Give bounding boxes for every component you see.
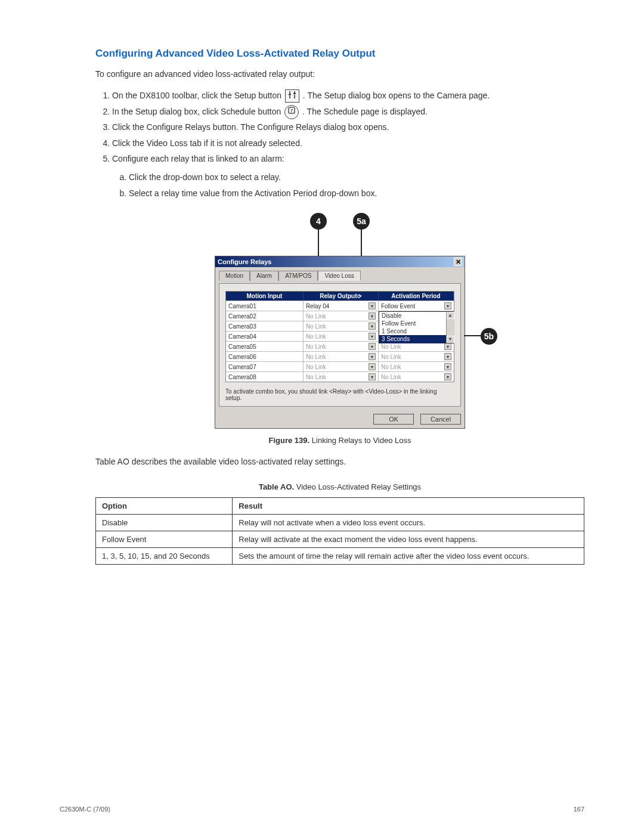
step-5: Configure each relay that is linked to a… bbox=[112, 151, 584, 201]
tab-video-loss[interactable]: Video Loss bbox=[318, 271, 360, 281]
footer-left: C2630M-C (7/09) bbox=[60, 806, 110, 813]
callout-4: 4 bbox=[310, 213, 327, 230]
camera-cell: Camera01 bbox=[226, 301, 304, 311]
table-row: DisableRelay will not activate when a vi… bbox=[96, 515, 584, 531]
tab-alarm[interactable]: Alarm bbox=[250, 271, 278, 281]
relay-output-dropdown[interactable]: No Link▾ bbox=[304, 321, 379, 331]
step-1: On the DX8100 toolbar, click the Setup b… bbox=[112, 88, 584, 104]
callout-5a: 5a bbox=[353, 213, 370, 230]
option-cell: 1, 3, 5, 10, 15, and 20 Seconds bbox=[96, 548, 233, 565]
activation-period-dropdown[interactable]: No Link▾ bbox=[379, 372, 454, 382]
relay-output-dropdown[interactable]: No Link▾ bbox=[304, 311, 379, 321]
cancel-button[interactable]: Cancel bbox=[420, 414, 461, 425]
chevron-down-icon[interactable]: ▾ bbox=[369, 353, 376, 360]
dropdown-option[interactable]: 1 Second bbox=[379, 327, 453, 335]
section-title: Configuring Advanced Video Loss-Activate… bbox=[95, 48, 584, 60]
table-row: Camera06No Link▾No Link▾ bbox=[226, 351, 454, 361]
chevron-down-icon[interactable]: ▾ bbox=[369, 343, 376, 350]
col-motion-input: Motion Input bbox=[226, 292, 304, 301]
settings-table: Option Result DisableRelay will not acti… bbox=[95, 497, 584, 565]
option-cell: Disable bbox=[96, 515, 233, 531]
camera-cell: Camera06 bbox=[226, 352, 304, 361]
th-option: Option bbox=[96, 498, 233, 515]
footer-page-number: 167 bbox=[574, 806, 584, 813]
intro-text: To configure an advanced video loss-acti… bbox=[95, 68, 584, 80]
relay-output-dropdown[interactable]: No Link▾ bbox=[304, 362, 379, 371]
callout-5b-wrap: 5b bbox=[481, 328, 497, 345]
step-3: Click the Configure Relays button. The C… bbox=[112, 119, 584, 135]
relay-output-dropdown[interactable]: No Link▾ bbox=[304, 342, 379, 351]
page-footer: C2630M-C (7/09) 167 bbox=[60, 806, 584, 813]
step-4: Click the Video Loss tab if it is not al… bbox=[112, 135, 584, 151]
th-result: Result bbox=[233, 498, 584, 515]
chevron-down-icon[interactable]: ▾ bbox=[369, 363, 376, 370]
activation-period-dropdown[interactable]: No Link▾ bbox=[379, 362, 454, 371]
result-cell: Sets the amount of time the relay will r… bbox=[233, 548, 584, 565]
col-activation-period: Activation Period bbox=[379, 292, 454, 301]
ok-button[interactable]: OK bbox=[373, 414, 414, 425]
camera-cell: Camera07 bbox=[226, 362, 304, 371]
relay-grid: Motion Input Relay Output⟳ Activation Pe… bbox=[225, 291, 454, 382]
dropdown-option[interactable]: Disable bbox=[379, 312, 453, 320]
result-cell: Relay will activate at the exact moment … bbox=[233, 531, 584, 548]
table-row: Camera08No Link▾No Link▾ bbox=[226, 371, 454, 382]
relay-output-dropdown[interactable]: No Link▾ bbox=[304, 352, 379, 361]
svg-text:7: 7 bbox=[290, 108, 293, 113]
dropdown-option[interactable]: 3 Seconds bbox=[379, 335, 453, 343]
activation-period-dropdown-list[interactable]: DisableFollow Event1 Second3 Seconds▴▾ bbox=[379, 311, 454, 343]
tab-atmpos[interactable]: ATM/POS bbox=[278, 271, 318, 281]
tab-motion[interactable]: Motion bbox=[219, 271, 250, 281]
figure-caption: Figure 139. Linking Relays to Video Loss bbox=[95, 436, 584, 445]
chevron-down-icon[interactable]: ▾ bbox=[444, 343, 451, 350]
tab-panel: 5b Motion Input Relay Output⟳ Activation… bbox=[219, 283, 461, 407]
setup-icon bbox=[285, 89, 299, 103]
table-row: Camera01Relay 04▾Follow Event▾DisableFol… bbox=[226, 301, 454, 311]
result-cell: Relay will not activate when a video los… bbox=[233, 515, 584, 531]
figure-139: 4 5a Configure Relays ✕ Motion Alarm ATM… bbox=[95, 213, 584, 445]
col-relay-output: Relay Output⟳ bbox=[304, 292, 379, 301]
table-caption: Table AO. Video Loss-Activated Relay Set… bbox=[95, 482, 584, 491]
option-cell: Follow Event bbox=[96, 531, 233, 548]
camera-cell: Camera03 bbox=[226, 321, 304, 331]
chevron-down-icon[interactable]: ▾ bbox=[444, 353, 451, 360]
after-figure-text: Table AO describes the available video l… bbox=[95, 456, 584, 468]
combo-hint-text: To activate combo box, you should link <… bbox=[225, 388, 454, 401]
configure-relays-dialog: Configure Relays ✕ Motion Alarm ATM/POS … bbox=[215, 256, 465, 429]
step-5b: Select a relay time value from the Activ… bbox=[129, 185, 584, 202]
table-row: Camera07No Link▾No Link▾ bbox=[226, 361, 454, 371]
chevron-down-icon[interactable]: ▾ bbox=[369, 373, 376, 380]
chevron-down-icon[interactable]: ▾ bbox=[444, 302, 451, 309]
callout-5b: 5b bbox=[481, 328, 497, 345]
step-2: In the Setup dialog box, click Schedule … bbox=[112, 104, 584, 120]
chevron-down-icon[interactable]: ▾ bbox=[444, 363, 451, 370]
camera-cell: Camera05 bbox=[226, 342, 304, 351]
camera-cell: Camera08 bbox=[226, 372, 304, 382]
dropdown-option[interactable]: Follow Event bbox=[379, 320, 453, 327]
chevron-down-icon[interactable]: ▾ bbox=[444, 373, 451, 380]
close-icon[interactable]: ✕ bbox=[454, 258, 462, 266]
chevron-down-icon[interactable]: ▾ bbox=[369, 302, 376, 309]
relay-output-dropdown[interactable]: No Link▾ bbox=[304, 372, 379, 382]
table-row: Follow EventRelay will activate at the e… bbox=[96, 531, 584, 548]
table-row: 1, 3, 5, 10, 15, and 20 SecondsSets the … bbox=[96, 548, 584, 565]
chevron-down-icon[interactable]: ▾ bbox=[369, 312, 376, 320]
scrollbar[interactable]: ▴▾ bbox=[446, 312, 454, 343]
chevron-down-icon[interactable]: ▾ bbox=[369, 323, 376, 330]
steps-list: On the DX8100 toolbar, click the Setup b… bbox=[95, 88, 584, 201]
chevron-down-icon[interactable]: ▾ bbox=[369, 333, 376, 340]
activation-period-dropdown[interactable]: Follow Event▾DisableFollow Event1 Second… bbox=[379, 301, 454, 311]
camera-cell: Camera04 bbox=[226, 332, 304, 341]
dialog-title-text: Configure Relays bbox=[218, 258, 271, 265]
camera-cell: Camera02 bbox=[226, 311, 304, 321]
relay-output-dropdown[interactable]: No Link▾ bbox=[304, 332, 379, 341]
activation-period-dropdown[interactable]: No Link▾ bbox=[379, 352, 454, 361]
relay-output-dropdown[interactable]: Relay 04▾ bbox=[304, 301, 379, 311]
step-5a: Click the drop-down box to select a rela… bbox=[129, 169, 584, 185]
schedule-icon: 7 bbox=[284, 105, 299, 119]
